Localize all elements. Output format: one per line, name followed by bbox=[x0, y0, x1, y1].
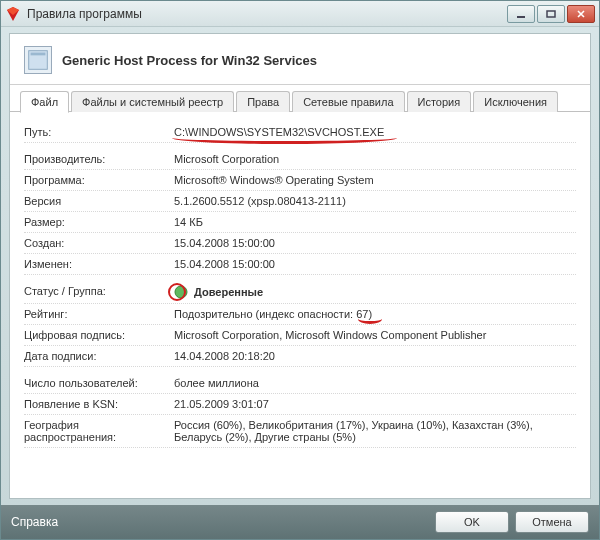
row-signature: Цифровая подпись:Microsoft Corporation, … bbox=[24, 325, 576, 346]
minimize-button[interactable] bbox=[507, 5, 535, 23]
value-geo: Россия (60%), Великобритания (17%), Укра… bbox=[174, 419, 576, 443]
maximize-button[interactable] bbox=[537, 5, 565, 23]
tab-file[interactable]: Файл bbox=[20, 91, 69, 113]
program-title: Generic Host Process for Win32 Services bbox=[62, 53, 317, 68]
label-signature: Цифровая подпись: bbox=[24, 329, 174, 341]
window-title: Правила программы bbox=[27, 7, 507, 21]
row-geo: География распространения:Россия (60%), … bbox=[24, 415, 576, 448]
tab-network-rules[interactable]: Сетевые правила bbox=[292, 91, 404, 112]
text-status: Доверенные bbox=[194, 286, 263, 298]
footer: Справка OK Отмена bbox=[1, 505, 599, 539]
value-rating: Подозрительно (индекс опасности: 67) bbox=[174, 308, 576, 320]
value-status: Доверенные bbox=[174, 285, 576, 299]
value-signdate: 14.04.2008 20:18:20 bbox=[174, 350, 576, 362]
label-ksn: Появление в KSN: bbox=[24, 398, 174, 410]
titlebar: Правила программы bbox=[1, 1, 599, 27]
svg-rect-3 bbox=[31, 53, 46, 56]
row-signdate: Дата подписи:14.04.2008 20:18:20 bbox=[24, 346, 576, 367]
row-ksn: Появление в KSN:21.05.2009 3:01:07 bbox=[24, 394, 576, 415]
row-version: Версия5.1.2600.5512 (xpsp.080413-2111) bbox=[24, 191, 576, 212]
annotation-underline-rating bbox=[358, 319, 382, 324]
tab-exclusions[interactable]: Исключения bbox=[473, 91, 558, 112]
value-users: более миллиона bbox=[174, 377, 576, 389]
value-version: 5.1.2600.5512 (xpsp.080413-2111) bbox=[174, 195, 576, 207]
row-created: Создан:15.04.2008 15:00:00 bbox=[24, 233, 576, 254]
row-path: Путь: C:\WINDOWS\SYSTEM32\SVCHOST.EXE bbox=[24, 122, 576, 143]
label-created: Создан: bbox=[24, 237, 174, 249]
window-buttons bbox=[507, 5, 595, 23]
value-ksn: 21.05.2009 3:01:07 bbox=[174, 398, 576, 410]
row-users: Число пользователей:более миллиона bbox=[24, 373, 576, 394]
label-program: Программа: bbox=[24, 174, 174, 186]
text-path: C:\WINDOWS\SYSTEM32\SVCHOST.EXE bbox=[174, 126, 384, 138]
tab-body: Путь: C:\WINDOWS\SYSTEM32\SVCHOST.EXE Пр… bbox=[10, 112, 590, 492]
value-created: 15.04.2008 15:00:00 bbox=[174, 237, 576, 249]
program-icon bbox=[24, 46, 52, 74]
value-size: 14 КБ bbox=[174, 216, 576, 228]
row-vendor: Производитель:Microsoft Corporation bbox=[24, 149, 576, 170]
app-icon bbox=[5, 6, 21, 22]
value-modified: 15.04.2008 15:00:00 bbox=[174, 258, 576, 270]
label-rating: Рейтинг: bbox=[24, 308, 174, 320]
row-status: Статус / Группа: Доверенные bbox=[24, 281, 576, 304]
label-size: Размер: bbox=[24, 216, 174, 228]
label-signdate: Дата подписи: bbox=[24, 350, 174, 362]
tab-rights[interactable]: Права bbox=[236, 91, 290, 112]
tab-files-registry[interactable]: Файлы и системный реестр bbox=[71, 91, 234, 112]
ok-button[interactable]: OK bbox=[435, 511, 509, 533]
label-geo: География распространения: bbox=[24, 419, 174, 443]
value-program: Microsoft® Windows® Operating System bbox=[174, 174, 576, 186]
cancel-button[interactable]: Отмена bbox=[515, 511, 589, 533]
text-rating: Подозрительно (индекс опасности: 67) bbox=[174, 308, 372, 320]
value-vendor: Microsoft Corporation bbox=[174, 153, 576, 165]
label-version: Версия bbox=[24, 195, 174, 207]
tabs: Файл Файлы и системный реестр Права Сете… bbox=[10, 85, 590, 112]
row-rating: Рейтинг: Подозрительно (индекс опасности… bbox=[24, 304, 576, 325]
label-modified: Изменен: bbox=[24, 258, 174, 270]
svg-rect-0 bbox=[517, 16, 525, 18]
label-status: Статус / Группа: bbox=[24, 285, 174, 299]
label-path: Путь: bbox=[24, 126, 174, 138]
tab-history[interactable]: История bbox=[407, 91, 472, 112]
label-vendor: Производитель: bbox=[24, 153, 174, 165]
row-size: Размер:14 КБ bbox=[24, 212, 576, 233]
value-signature: Microsoft Corporation, Microsoft Windows… bbox=[174, 329, 576, 341]
close-button[interactable] bbox=[567, 5, 595, 23]
value-path: C:\WINDOWS\SYSTEM32\SVCHOST.EXE bbox=[174, 126, 576, 138]
annotation-ring-status bbox=[168, 283, 186, 301]
label-users: Число пользователей: bbox=[24, 377, 174, 389]
content-panel: Generic Host Process for Win32 Services … bbox=[9, 33, 591, 499]
row-modified: Изменен:15.04.2008 15:00:00 bbox=[24, 254, 576, 275]
header: Generic Host Process for Win32 Services bbox=[10, 34, 590, 85]
window: Правила программы Generic Host Process f… bbox=[0, 0, 600, 540]
svg-rect-1 bbox=[547, 11, 555, 17]
help-link[interactable]: Справка bbox=[11, 515, 429, 529]
row-program: Программа:Microsoft® Windows® Operating … bbox=[24, 170, 576, 191]
